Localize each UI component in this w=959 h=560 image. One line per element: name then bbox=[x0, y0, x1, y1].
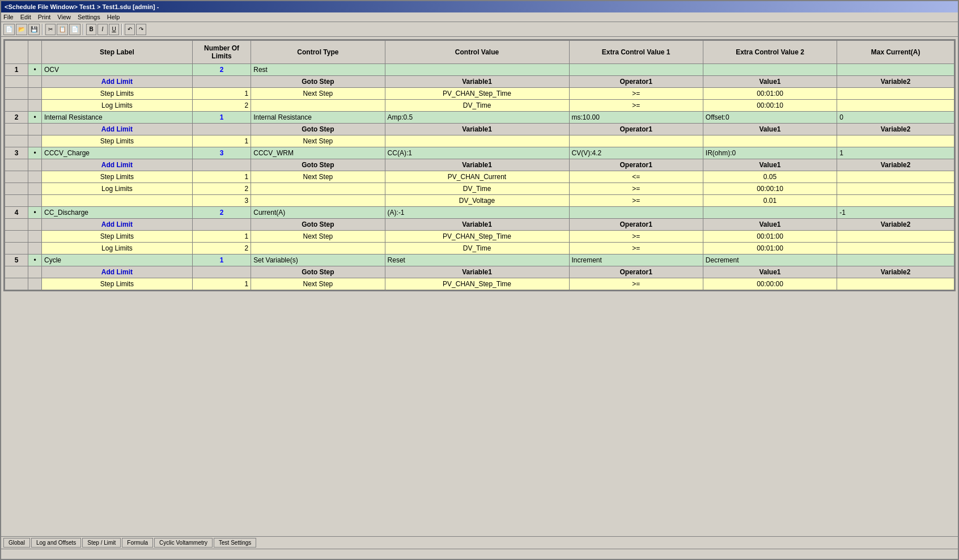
limit-variable1[interactable] bbox=[385, 135, 569, 147]
step-extra-cv2[interactable]: Offset:0 bbox=[703, 112, 837, 124]
toolbar-bold[interactable]: B bbox=[86, 24, 96, 35]
limit-value1[interactable]: 00:00:10 bbox=[703, 100, 837, 112]
limit-operator1[interactable]: >= bbox=[569, 183, 703, 195]
limit-operator1[interactable]: >= bbox=[569, 231, 703, 243]
menu-file[interactable]: File bbox=[3, 14, 14, 20]
add-limit-button[interactable]: Add Limit bbox=[41, 159, 192, 171]
limit-variable1[interactable]: DV_Time bbox=[385, 183, 569, 195]
toolbar-undo[interactable]: ↶ bbox=[125, 24, 135, 35]
step-extra-cv1[interactable]: CV(V):4.2 bbox=[569, 147, 703, 159]
table-row[interactable]: 5 • Cycle 1 Set Variable(s) Reset Increm… bbox=[5, 254, 954, 266]
toolbar-save[interactable]: 💾 bbox=[28, 24, 40, 35]
toolbar-open[interactable]: 📂 bbox=[16, 24, 27, 35]
step-max-current[interactable]: 0 bbox=[837, 112, 954, 124]
limit-variable2[interactable] bbox=[837, 278, 954, 290]
limit-variable2[interactable] bbox=[837, 171, 954, 183]
limit-row[interactable]: Step Limits 1 Next Step PV_CHAN_Current … bbox=[5, 171, 954, 183]
add-limit-button[interactable]: Add Limit bbox=[41, 124, 192, 135]
limit-goto-step[interactable] bbox=[251, 183, 385, 195]
step-extra-cv1[interactable]: Increment bbox=[569, 254, 703, 266]
limit-variable1[interactable]: DV_Time bbox=[385, 100, 569, 112]
limit-value1[interactable]: 00:01:00 bbox=[703, 243, 837, 254]
step-label[interactable]: Cycle bbox=[41, 254, 192, 266]
limit-value1[interactable]: 00:01:00 bbox=[703, 88, 837, 100]
limit-value1[interactable]: 0.01 bbox=[703, 195, 837, 207]
limit-operator1[interactable]: <= bbox=[569, 171, 703, 183]
limit-variable2[interactable] bbox=[837, 243, 954, 254]
toolbar-cut[interactable]: ✂ bbox=[45, 24, 56, 35]
tab-cyclic-voltammetry[interactable]: Cyclic Voltammetry bbox=[154, 538, 213, 548]
limit-variable2[interactable] bbox=[837, 195, 954, 207]
menu-settings[interactable]: Settings bbox=[78, 14, 100, 20]
tab-test-settings[interactable]: Test Settings bbox=[214, 538, 256, 548]
menu-help[interactable]: Help bbox=[107, 14, 120, 20]
limit-goto-step[interactable]: Next Step bbox=[251, 88, 385, 100]
limit-variable1[interactable]: PV_CHAN_Step_Time bbox=[385, 88, 569, 100]
toolbar-new[interactable]: 📄 bbox=[3, 24, 15, 35]
limit-row[interactable]: Step Limits 1 Next Step PV_CHAN_Step_Tim… bbox=[5, 88, 954, 100]
tab-log-offsets[interactable]: Log and Offsets bbox=[31, 538, 81, 548]
step-control-value[interactable]: CC(A):1 bbox=[385, 147, 569, 159]
table-row[interactable]: 3 • CCCV_Charge 3 CCCV_WRM CC(A):1 CV(V)… bbox=[5, 147, 954, 159]
add-limit-button[interactable]: Add Limit bbox=[41, 219, 192, 231]
add-limit-button[interactable]: Add Limit bbox=[41, 266, 192, 278]
limit-goto-step[interactable] bbox=[251, 100, 385, 112]
limit-value1[interactable] bbox=[703, 135, 837, 147]
limit-variable1[interactable]: PV_CHAN_Step_Time bbox=[385, 278, 569, 290]
limit-row[interactable]: Step Limits 1 Next Step PV_CHAN_Step_Tim… bbox=[5, 278, 954, 290]
toolbar-underline[interactable]: U bbox=[109, 24, 119, 35]
tab-formula[interactable]: Formula bbox=[122, 538, 153, 548]
limit-variable2[interactable] bbox=[837, 135, 954, 147]
limit-variable2[interactable] bbox=[837, 100, 954, 112]
limit-row[interactable]: Step Limits 1 Next Step PV_CHAN_Step_Tim… bbox=[5, 231, 954, 243]
table-row[interactable]: 2 • Internal Resistance 1 Internal Resis… bbox=[5, 112, 954, 124]
step-control-type[interactable]: Current(A) bbox=[251, 207, 385, 219]
step-control-type[interactable]: CCCV_WRM bbox=[251, 147, 385, 159]
step-extra-cv1[interactable]: ms:10.00 bbox=[569, 112, 703, 124]
step-control-type[interactable]: Rest bbox=[251, 64, 385, 76]
toolbar-paste[interactable]: 📄 bbox=[69, 24, 80, 35]
limit-goto-step[interactable] bbox=[251, 243, 385, 254]
limit-value1[interactable]: 0.05 bbox=[703, 171, 837, 183]
limit-variable2[interactable] bbox=[837, 88, 954, 100]
step-extra-cv1[interactable] bbox=[569, 64, 703, 76]
limit-operator1[interactable]: >= bbox=[569, 195, 703, 207]
step-extra-cv1[interactable] bbox=[569, 207, 703, 219]
menu-edit[interactable]: Edit bbox=[20, 14, 31, 20]
limit-goto-step[interactable]: Next Step bbox=[251, 278, 385, 290]
limit-value1[interactable]: 00:00:10 bbox=[703, 183, 837, 195]
step-extra-cv2[interactable] bbox=[703, 207, 837, 219]
step-max-current[interactable] bbox=[837, 254, 954, 266]
limit-goto-step[interactable]: Next Step bbox=[251, 231, 385, 243]
menu-view[interactable]: View bbox=[57, 14, 71, 20]
step-label[interactable]: CC_Discharge bbox=[41, 207, 192, 219]
step-control-type[interactable]: Internal Resistance bbox=[251, 112, 385, 124]
limit-goto-step[interactable]: Next Step bbox=[251, 171, 385, 183]
toolbar-redo[interactable]: ↷ bbox=[136, 24, 146, 35]
limit-operator1[interactable] bbox=[569, 135, 703, 147]
toolbar-italic[interactable]: I bbox=[97, 24, 108, 35]
limit-row[interactable]: Log Limits 2 DV_Time >= 00:01:00 bbox=[5, 243, 954, 254]
tab-step-limit[interactable]: Step / Limit bbox=[82, 538, 121, 548]
limit-variable1[interactable]: DV_Voltage bbox=[385, 195, 569, 207]
step-label[interactable]: CCCV_Charge bbox=[41, 147, 192, 159]
menu-print[interactable]: Print bbox=[38, 14, 51, 20]
limit-row[interactable]: Log Limits 2 DV_Time >= 00:00:10 bbox=[5, 183, 954, 195]
step-control-value[interactable]: Reset bbox=[385, 254, 569, 266]
step-label[interactable]: Internal Resistance bbox=[41, 112, 192, 124]
limit-operator1[interactable]: >= bbox=[569, 88, 703, 100]
limit-value1[interactable]: 00:01:00 bbox=[703, 231, 837, 243]
step-max-current[interactable]: -1 bbox=[837, 207, 954, 219]
limit-row[interactable]: Step Limits 1 Next Step bbox=[5, 135, 954, 147]
step-max-current[interactable] bbox=[837, 64, 954, 76]
limit-variable1[interactable]: PV_CHAN_Current bbox=[385, 171, 569, 183]
step-extra-cv2[interactable]: Decrement bbox=[703, 254, 837, 266]
step-extra-cv2[interactable] bbox=[703, 64, 837, 76]
limit-row[interactable]: 3 DV_Voltage >= 0.01 bbox=[5, 195, 954, 207]
add-limit-button[interactable]: Add Limit bbox=[41, 76, 192, 88]
limit-operator1[interactable]: >= bbox=[569, 100, 703, 112]
limit-goto-step[interactable] bbox=[251, 195, 385, 207]
limit-goto-step[interactable]: Next Step bbox=[251, 135, 385, 147]
step-control-value[interactable] bbox=[385, 64, 569, 76]
toolbar-copy[interactable]: 📋 bbox=[57, 24, 68, 35]
